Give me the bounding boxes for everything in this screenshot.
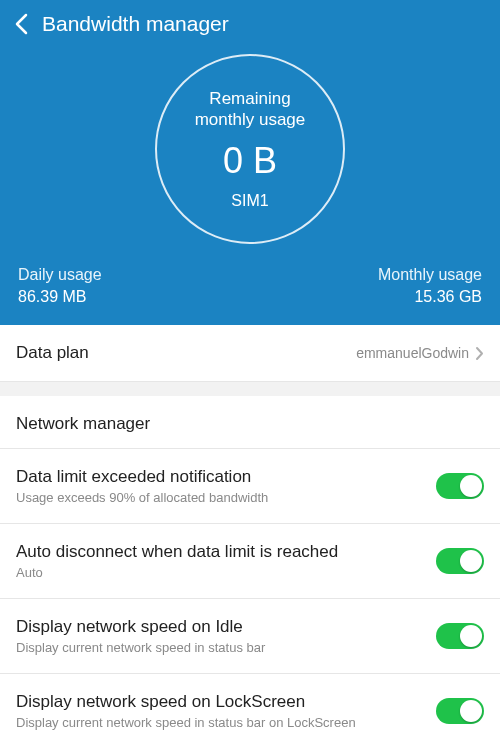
page-title: Bandwidth manager bbox=[42, 12, 229, 36]
row-title: Auto disconnect when data limit is reach… bbox=[16, 542, 436, 562]
network-manager-header: Network manager bbox=[0, 396, 500, 449]
daily-usage: Daily usage 86.39 MB bbox=[18, 264, 102, 307]
data-plan-title: Data plan bbox=[16, 343, 356, 363]
sim-label: SIM1 bbox=[231, 192, 268, 210]
data-limit-notification-toggle[interactable] bbox=[436, 473, 484, 499]
row-title: Data limit exceeded notification bbox=[16, 467, 436, 487]
usage-row: Daily usage 86.39 MB Monthly usage 15.36… bbox=[14, 264, 486, 307]
network-speed-idle-toggle[interactable] bbox=[436, 623, 484, 649]
auto-disconnect-toggle[interactable] bbox=[436, 548, 484, 574]
monthly-usage: Monthly usage 15.36 GB bbox=[378, 264, 482, 307]
monthly-usage-value: 15.36 GB bbox=[378, 286, 482, 308]
settings-list: Data plan emmanuelGodwin Network manager… bbox=[0, 325, 500, 744]
usage-ring-wrap: Remaining monthly usage 0 B SIM1 bbox=[14, 54, 486, 244]
usage-ring[interactable]: Remaining monthly usage 0 B SIM1 bbox=[155, 54, 345, 244]
header: Bandwidth manager Remaining monthly usag… bbox=[0, 0, 500, 325]
network-speed-lockscreen-row[interactable]: Display network speed on LockScreen Disp… bbox=[0, 674, 500, 744]
row-title: Display network speed on Idle bbox=[16, 617, 436, 637]
daily-usage-label: Daily usage bbox=[18, 264, 102, 286]
daily-usage-value: 86.39 MB bbox=[18, 286, 102, 308]
remaining-amount: 0 B bbox=[223, 140, 277, 182]
remaining-label: Remaining monthly usage bbox=[195, 88, 306, 131]
row-sub: Auto bbox=[16, 565, 436, 580]
titlebar: Bandwidth manager bbox=[14, 12, 486, 36]
network-speed-lockscreen-toggle[interactable] bbox=[436, 698, 484, 724]
monthly-usage-label: Monthly usage bbox=[378, 264, 482, 286]
chevron-right-icon bbox=[475, 346, 484, 361]
row-sub: Display current network speed in status … bbox=[16, 715, 436, 730]
row-title: Display network speed on LockScreen bbox=[16, 692, 436, 712]
network-speed-idle-row[interactable]: Display network speed on Idle Display cu… bbox=[0, 599, 500, 674]
auto-disconnect-row[interactable]: Auto disconnect when data limit is reach… bbox=[0, 524, 500, 599]
data-limit-notification-row[interactable]: Data limit exceeded notification Usage e… bbox=[0, 449, 500, 524]
row-sub: Usage exceeds 90% of allocated bandwidth bbox=[16, 490, 436, 505]
section-gap bbox=[0, 382, 500, 396]
data-plan-value: emmanuelGodwin bbox=[356, 345, 469, 361]
row-sub: Display current network speed in status … bbox=[16, 640, 436, 655]
back-icon[interactable] bbox=[14, 13, 28, 35]
data-plan-row[interactable]: Data plan emmanuelGodwin bbox=[0, 325, 500, 382]
